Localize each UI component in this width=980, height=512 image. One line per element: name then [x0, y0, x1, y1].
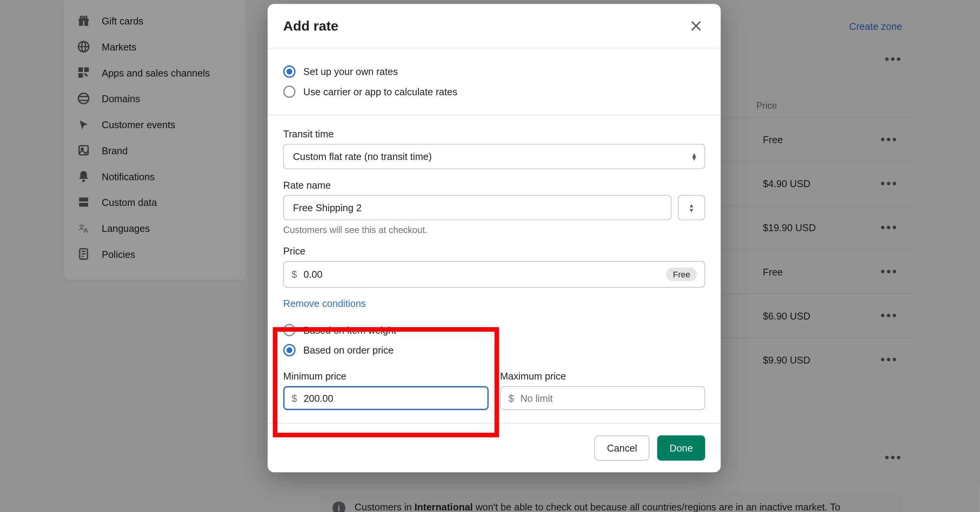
modal-title: Add rate [283, 18, 338, 34]
remove-conditions-link[interactable]: Remove conditions [283, 298, 366, 309]
radio-label: Set up your own rates [303, 66, 398, 77]
radio-based-on-price[interactable]: Based on order price [283, 340, 705, 360]
rate-type-section: Set up your own rates Use carrier or app… [268, 49, 720, 115]
transit-time-select[interactable]: Custom flat rate (no transit time) [283, 144, 705, 169]
close-button[interactable] [687, 17, 705, 35]
max-price-label: Maximum price [500, 370, 705, 382]
price-input-wrap[interactable]: $ Free [283, 261, 705, 287]
rate-name-input[interactable] [283, 195, 671, 220]
currency-prefix: $ [508, 393, 514, 404]
radio-own-rates[interactable]: Set up your own rates [283, 62, 705, 82]
price-input[interactable] [304, 269, 666, 280]
radio-label: Based on item weight [303, 324, 396, 336]
radio-label: Based on order price [303, 345, 394, 356]
transit-time-label: Transit time [283, 128, 705, 139]
min-price-field: Minimum price $ [283, 370, 488, 410]
radio-icon [283, 85, 296, 98]
cancel-button[interactable]: Cancel [595, 435, 649, 461]
free-badge: Free [666, 267, 697, 281]
max-price-input-wrap[interactable]: $ [500, 386, 705, 410]
radio-icon [283, 324, 296, 336]
min-price-input[interactable] [304, 393, 480, 404]
radio-icon [283, 344, 296, 356]
rate-details-section: Transit time Custom flat rate (no transi… [268, 115, 720, 423]
price-label: Price [283, 246, 705, 257]
max-price-input[interactable] [520, 393, 697, 404]
radio-label: Use carrier or app to calculate rates [303, 86, 457, 97]
currency-prefix: $ [292, 393, 297, 404]
radio-carrier-rates[interactable]: Use carrier or app to calculate rates [283, 82, 705, 101]
rate-name-stepper[interactable]: ▲▼ [678, 195, 705, 220]
done-button[interactable]: Done [657, 435, 705, 461]
modal-header: Add rate [268, 4, 720, 48]
rate-name-help: Customers will see this at checkout. [283, 225, 705, 235]
radio-based-on-weight[interactable]: Based on item weight [283, 320, 705, 340]
min-price-label: Minimum price [283, 370, 488, 382]
rate-name-label: Rate name [283, 179, 705, 191]
transit-time-select-wrap: Custom flat rate (no transit time) ▲▼ [283, 144, 705, 169]
max-price-field: Maximum price $ [500, 370, 705, 410]
min-price-input-wrap[interactable]: $ [283, 386, 488, 410]
close-icon [689, 19, 703, 33]
radio-icon [283, 65, 296, 78]
currency-prefix: $ [292, 269, 297, 280]
add-rate-modal: Add rate Set up your own rates Use carri… [268, 4, 720, 472]
modal-footer: Cancel Done [268, 423, 720, 473]
